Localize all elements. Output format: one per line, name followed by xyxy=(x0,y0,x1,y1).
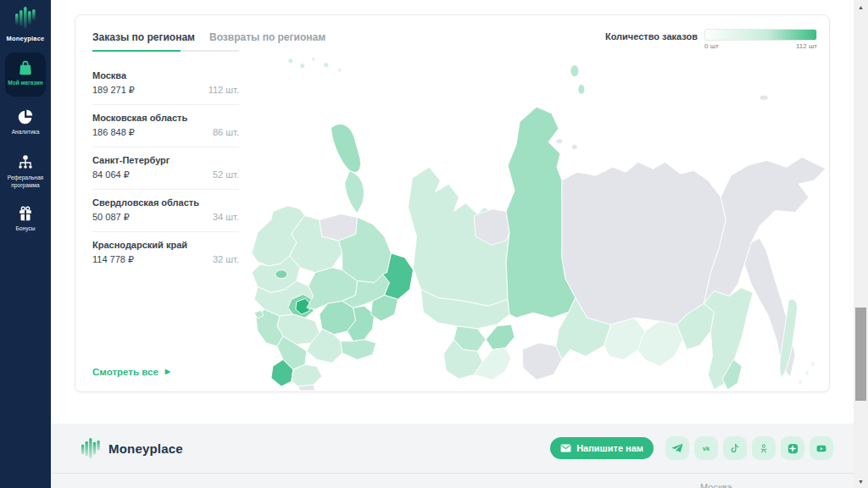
referral-network-icon xyxy=(16,153,35,172)
region-count: 112 шт. xyxy=(209,85,239,96)
map-region-island[interactable] xyxy=(578,84,585,94)
map-region-island[interactable] xyxy=(805,370,809,375)
region-list: Москва 189 271 ₽ 112 шт. Московская обла… xyxy=(92,63,239,274)
region-name: Московская область xyxy=(92,113,239,123)
region-tabs: Заказы по регионам Возвраты по регионам xyxy=(92,31,326,43)
list-item[interactable]: Свердловская область 50 087 ₽ 34 шт. xyxy=(92,190,239,232)
region-amount: 189 271 ₽ xyxy=(92,85,135,96)
map-region-island[interactable] xyxy=(300,64,305,69)
scrollbar-thumb[interactable] xyxy=(855,308,866,401)
map-region-island[interactable] xyxy=(324,63,329,68)
map-region-saint-petersburg[interactable] xyxy=(275,270,287,279)
map-region-island[interactable] xyxy=(760,95,768,100)
sidebar-item-my-shop[interactable]: Мой магазин xyxy=(5,53,46,97)
arrow-right-icon: ▶ xyxy=(165,369,170,375)
sidebar-item-label: Мой магазин xyxy=(3,80,48,87)
map-region-island[interactable] xyxy=(570,65,579,77)
region-amount: 114 778 ₽ xyxy=(92,254,134,265)
region-count: 52 шт. xyxy=(213,169,239,180)
map-region-novaya-zemlya[interactable] xyxy=(331,124,361,172)
map-region-novaya-zemlya[interactable] xyxy=(345,170,364,213)
scroll-down-arrow[interactable]: ▼ xyxy=(854,474,868,488)
vk-icon: vk xyxy=(699,442,713,454)
map-region-orenburg[interactable] xyxy=(341,340,376,360)
russia-map[interactable] xyxy=(247,47,830,391)
view-all-link[interactable]: Смотреть все ▶ xyxy=(92,367,170,377)
sidebar-item-bonuses[interactable]: Бонусы xyxy=(5,202,46,242)
region-name: Москва xyxy=(92,70,239,80)
footer: Moneyplace Напишите нам vk xyxy=(51,424,868,473)
bottom-strip: Москва xyxy=(51,473,868,488)
region-amount: 50 087 ₽ xyxy=(92,212,130,223)
list-item[interactable]: Москва 189 271 ₽ 112 шт. xyxy=(92,63,239,105)
moneyplace-logo-icon xyxy=(14,6,36,30)
sidebar-item-referral[interactable]: Реферальная программа xyxy=(5,151,46,198)
list-item[interactable]: Краснодарский край 114 778 ₽ 32 шт. xyxy=(92,232,239,274)
scroll-up-arrow[interactable]: ▲ xyxy=(854,0,868,14)
region-amount: 186 848 ₽ xyxy=(92,127,135,138)
telegram-link[interactable] xyxy=(665,436,689,460)
footer-logo-text: Moneyplace xyxy=(108,441,183,456)
map-region-island[interactable] xyxy=(337,68,342,72)
region-amount: 84 064 ₽ xyxy=(92,169,130,180)
legend-gradient-bar xyxy=(704,29,817,41)
map-region-island[interactable] xyxy=(571,145,577,150)
youtube-icon xyxy=(815,443,828,454)
tab-underline xyxy=(92,50,239,52)
sidebar-item-label: Бонусы xyxy=(3,225,48,233)
sidebar-logo[interactable]: Moneyplace xyxy=(0,6,51,42)
map-region-island[interactable] xyxy=(556,139,563,144)
sidebar-item-label: Реферальная программа xyxy=(3,175,48,190)
map-region-island[interactable] xyxy=(311,57,315,61)
contact-us-label: Напишите нам xyxy=(576,443,643,453)
vertical-scrollbar[interactable]: ▲ ▼ xyxy=(854,0,868,488)
region-count: 86 шт. xyxy=(213,127,239,138)
tab-orders-by-region[interactable]: Заказы по регионам xyxy=(92,31,195,43)
map-region-yakutia[interactable] xyxy=(562,162,726,324)
moneyplace-dashboard: Moneyplace Мой магазин Аналитика xyxy=(0,0,868,488)
footer-logo[interactable]: Moneyplace xyxy=(81,437,183,459)
sidebar: Moneyplace Мой магазин Аналитика xyxy=(0,0,51,488)
sidebar-item-label: Аналитика xyxy=(3,129,48,136)
telegram-icon xyxy=(671,442,683,454)
list-item[interactable]: Санкт-Петербург 84 064 ₽ 52 шт. xyxy=(92,147,239,190)
pie-chart-icon xyxy=(16,108,35,126)
map-region-kemerovo[interactable] xyxy=(486,324,515,350)
map-region-island[interactable] xyxy=(798,380,802,385)
odnoklassniki-icon xyxy=(759,442,769,455)
youtube-link[interactable] xyxy=(810,436,833,460)
tab-returns-by-region[interactable]: Возвраты по регионам xyxy=(209,31,326,43)
view-all-label: Смотреть все xyxy=(92,367,159,377)
moneyplace-logo-icon xyxy=(81,437,101,459)
region-name: Санкт-Петербург xyxy=(92,155,239,165)
envelope-icon xyxy=(560,444,571,452)
shopping-bag-icon xyxy=(16,58,35,77)
sidebar-item-analytics[interactable]: Аналитика xyxy=(5,105,46,144)
tiktok-link[interactable] xyxy=(723,436,747,460)
map-region-tuva[interactable] xyxy=(522,343,562,380)
list-item[interactable]: Московская область 186 848 ₽ 86 шт. xyxy=(92,105,239,147)
svg-text:vk: vk xyxy=(703,445,710,452)
gift-icon xyxy=(16,204,35,223)
tiktok-icon xyxy=(729,442,741,454)
active-tab-indicator xyxy=(92,50,181,52)
zen-link[interactable] xyxy=(781,436,804,460)
region-count: 32 шт. xyxy=(213,254,239,265)
contact-us-button[interactable]: Напишите нам xyxy=(550,437,654,459)
vk-link[interactable]: vk xyxy=(694,436,718,460)
region-count: 34 шт. xyxy=(213,212,239,223)
map-region-island[interactable] xyxy=(811,361,815,366)
map-region-zabaikal[interactable] xyxy=(638,321,683,366)
orders-by-region-card: Заказы по регионам Возвраты по регионам … xyxy=(75,14,830,392)
zen-icon xyxy=(787,442,799,455)
cutoff-region-label: Москва xyxy=(700,482,732,488)
odnoklassniki-link[interactable] xyxy=(752,436,776,460)
region-name: Краснодарский край xyxy=(92,240,239,250)
region-name: Свердловская область xyxy=(92,197,239,208)
sidebar-logo-text: Moneyplace xyxy=(0,35,51,42)
map-region-island[interactable] xyxy=(288,58,293,64)
